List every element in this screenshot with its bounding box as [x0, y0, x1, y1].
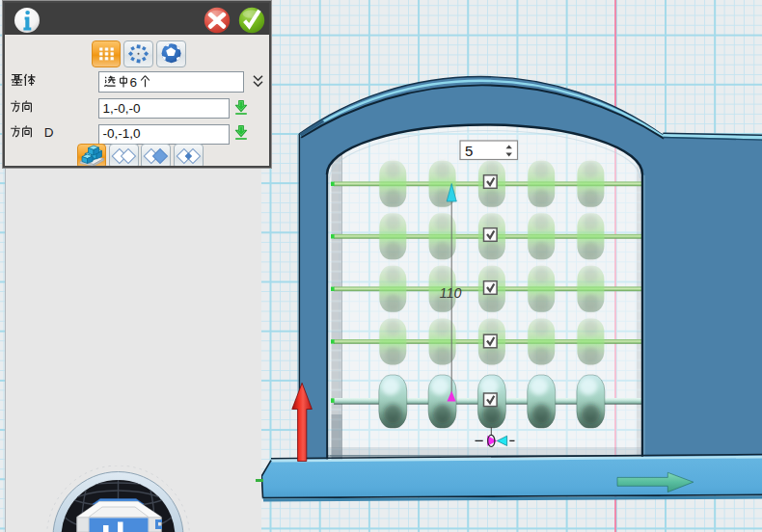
svg-text:110: 110 [439, 286, 463, 302]
svg-text:6: 6 [129, 75, 137, 89]
svg-text:5: 5 [465, 143, 473, 159]
